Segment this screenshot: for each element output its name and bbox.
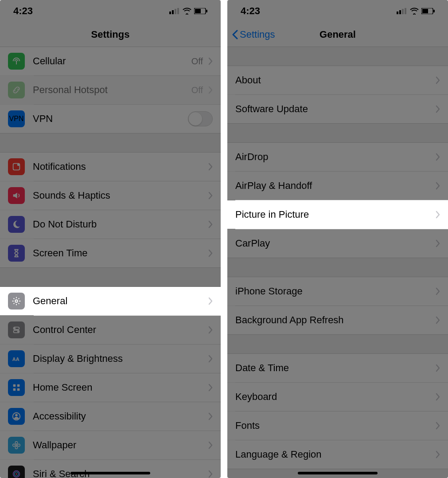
svg-rect-6 bbox=[206, 10, 207, 12]
hourglass-icon bbox=[8, 245, 25, 262]
row-label: Display & Brightness bbox=[33, 353, 206, 364]
row-label: Accessibility bbox=[33, 411, 206, 422]
row-about[interactable]: About bbox=[227, 66, 448, 94]
status-icons bbox=[397, 8, 435, 15]
battery-icon bbox=[194, 8, 207, 14]
chevron-right-icon bbox=[436, 237, 440, 251]
moon-icon bbox=[8, 216, 25, 233]
row-cellular[interactable]: CellularOff bbox=[0, 47, 221, 75]
home-indicator[interactable] bbox=[70, 472, 150, 474]
row-label: Background App Refresh bbox=[235, 314, 434, 326]
svg-rect-5 bbox=[195, 9, 201, 13]
row-accessibility[interactable]: Accessibility bbox=[0, 402, 221, 431]
chevron-right-icon bbox=[208, 323, 213, 337]
chevron-right-icon bbox=[208, 83, 213, 97]
row-storage[interactable]: iPhone Storage bbox=[227, 277, 448, 306]
home-indicator[interactable] bbox=[298, 472, 378, 474]
svg-rect-31 bbox=[397, 12, 398, 14]
row-label: AirDrop bbox=[235, 151, 434, 163]
row-screentime[interactable]: Screen Time bbox=[0, 239, 221, 267]
status-time: 4:23 bbox=[13, 5, 33, 17]
row-airdrop[interactable]: AirDrop bbox=[227, 143, 448, 171]
row-pip[interactable]: Picture in Picture bbox=[227, 200, 448, 229]
row-label: Control Center bbox=[33, 324, 206, 336]
svg-rect-32 bbox=[399, 10, 401, 14]
svg-point-30 bbox=[16, 473, 17, 475]
svg-point-22 bbox=[15, 414, 18, 417]
speaker-icon bbox=[8, 187, 25, 204]
row-siri[interactable]: Siri & Search bbox=[0, 460, 221, 478]
row-wallpaper[interactable]: Wallpaper bbox=[0, 431, 221, 459]
svg-rect-3 bbox=[177, 8, 179, 14]
row-langregion[interactable]: Language & Region bbox=[227, 440, 448, 469]
row-sounds[interactable]: Sounds & Haptics bbox=[0, 181, 221, 210]
gear-icon bbox=[8, 293, 25, 310]
row-label: iPhone Storage bbox=[235, 286, 434, 297]
chevron-left-icon bbox=[232, 30, 239, 39]
row-controlcenter[interactable]: Control Center bbox=[0, 316, 221, 344]
row-label: Home Screen bbox=[33, 382, 206, 393]
back-label: Settings bbox=[240, 29, 275, 40]
status-bar: 4:23 bbox=[227, 0, 448, 22]
svg-point-10 bbox=[17, 164, 20, 166]
row-datetime[interactable]: Date & Time bbox=[227, 354, 448, 382]
row-homescreen[interactable]: Home Screen bbox=[0, 373, 221, 402]
row-label: Wallpaper bbox=[33, 439, 206, 451]
svg-rect-1 bbox=[172, 10, 174, 14]
switches-icon bbox=[8, 321, 25, 338]
row-fonts[interactable]: Fonts bbox=[227, 411, 448, 440]
row-hotspot[interactable]: Personal HotspotOff bbox=[0, 76, 221, 104]
back-button[interactable]: Settings bbox=[232, 29, 275, 40]
svg-rect-18 bbox=[17, 384, 20, 387]
battery-icon bbox=[421, 8, 435, 14]
signal-icon bbox=[169, 8, 180, 14]
chevron-right-icon bbox=[208, 439, 213, 452]
chevron-right-icon bbox=[208, 218, 213, 231]
svg-point-25 bbox=[15, 447, 18, 449]
row-general[interactable]: General bbox=[0, 287, 221, 315]
row-label: Fonts bbox=[235, 420, 434, 431]
row-bgrefresh[interactable]: Background App Refresh bbox=[227, 306, 448, 334]
svg-point-15 bbox=[17, 331, 19, 333]
chevron-right-icon bbox=[208, 55, 213, 68]
row-label: Software Update bbox=[235, 103, 434, 115]
chevron-right-icon bbox=[436, 179, 440, 193]
row-dnd[interactable]: Do Not Disturb bbox=[0, 210, 221, 239]
row-vpn[interactable]: VPNVPN bbox=[0, 105, 221, 133]
row-label: Notifications bbox=[33, 161, 206, 172]
row-carplay[interactable]: CarPlay bbox=[227, 229, 448, 258]
row-keyboard[interactable]: Keyboard bbox=[227, 383, 448, 411]
row-swupdate[interactable]: Software Update bbox=[227, 95, 448, 123]
row-display[interactable]: AADisplay & Brightness bbox=[0, 345, 221, 373]
chevron-right-icon bbox=[208, 410, 213, 423]
svg-rect-34 bbox=[405, 8, 406, 14]
toggle-switch[interactable] bbox=[188, 111, 213, 126]
flower-icon bbox=[8, 437, 25, 454]
settings-list[interactable]: CellularOffPersonal HotspotOffVPNVPNNoti… bbox=[0, 47, 221, 478]
status-bar: 4:23 bbox=[0, 0, 221, 22]
svg-rect-2 bbox=[175, 9, 176, 14]
row-detail: Off bbox=[191, 85, 203, 95]
row-label: AirPlay & Handoff bbox=[235, 180, 434, 192]
general-list[interactable]: AboutSoftware UpdateAirDropAirPlay & Han… bbox=[227, 47, 448, 478]
svg-point-26 bbox=[13, 444, 16, 447]
general-screen: 4:23 Settings General AboutSoftware Upda… bbox=[227, 0, 448, 478]
row-label: Sounds & Haptics bbox=[33, 190, 206, 201]
settings-screen: 4:23 Settings CellularOffPersonal Hotspo… bbox=[0, 0, 221, 478]
wifi-icon bbox=[183, 8, 191, 15]
svg-rect-17 bbox=[13, 384, 16, 387]
svg-rect-37 bbox=[433, 10, 435, 12]
row-detail: Off bbox=[191, 56, 203, 67]
chevron-right-icon bbox=[436, 285, 440, 298]
row-notifications[interactable]: Notifications bbox=[0, 153, 221, 181]
chevron-right-icon bbox=[436, 313, 440, 327]
row-airplay[interactable]: AirPlay & Handoff bbox=[227, 172, 448, 200]
status-icons bbox=[169, 8, 207, 15]
chevron-right-icon bbox=[436, 361, 440, 375]
chevron-right-icon bbox=[208, 381, 213, 395]
chevron-right-icon bbox=[436, 390, 440, 404]
row-label: CarPlay bbox=[235, 238, 434, 249]
chevron-right-icon bbox=[208, 247, 213, 260]
row-label: Keyboard bbox=[235, 391, 434, 403]
chevron-right-icon bbox=[436, 150, 440, 164]
